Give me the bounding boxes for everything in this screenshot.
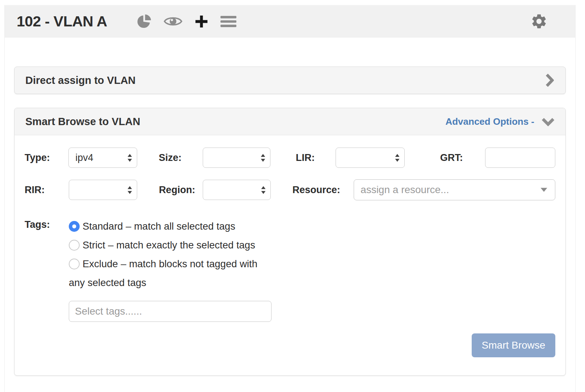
radio-option-strict[interactable]: Strict – match exactly the selected tags — [69, 236, 272, 255]
rir-label: RIR: — [25, 184, 69, 196]
select-spinner-icon — [260, 153, 266, 162]
radio-unselected-icon — [69, 259, 80, 269]
grt-label: GRT: — [440, 152, 485, 163]
select-spinner-icon — [127, 186, 132, 195]
plus-icon[interactable] — [194, 14, 209, 29]
radio-unselected-icon — [69, 240, 80, 251]
chevron-right-icon[interactable] — [545, 73, 554, 87]
resource-combobox[interactable]: assign a resource... — [354, 179, 555, 200]
titlebar: 102 - VLAN A — [5, 5, 575, 38]
chevron-down-icon[interactable] — [542, 117, 555, 126]
radio-option-exclude[interactable]: Exclude – match blocks not tagged with a… — [69, 255, 272, 292]
rir-select[interactable] — [69, 180, 137, 200]
pie-chart-icon[interactable] — [136, 13, 152, 29]
radio-option-label: Exclude – match blocks not tagged with a… — [69, 258, 257, 288]
advanced-options-link[interactable]: Advanced Options - — [445, 116, 534, 127]
resource-label: Resource: — [292, 184, 354, 196]
size-select[interactable] — [203, 148, 270, 168]
page-title: 102 - VLAN A — [17, 13, 107, 30]
eye-icon[interactable] — [164, 15, 182, 27]
region-label: Region: — [159, 184, 203, 196]
select-spinner-icon — [261, 186, 266, 195]
smart-browse-title: Smart Browse to VLAN — [25, 116, 140, 128]
radio-option-label: Strict – match exactly the selected tags — [83, 239, 255, 251]
type-select-value: ipv4 — [75, 152, 127, 163]
type-label: Type: — [25, 152, 68, 163]
smart-browse-header: Smart Browse to VLAN Advanced Options - — [14, 108, 565, 135]
direct-assign-panel[interactable]: Direct assign to VLAN — [14, 67, 566, 94]
region-select[interactable] — [203, 180, 270, 200]
titlebar-actions — [136, 13, 236, 29]
caret-down-icon — [540, 187, 548, 192]
lir-label: LIR: — [296, 152, 335, 163]
radio-selected-icon — [69, 221, 80, 232]
tags-input[interactable] — [69, 301, 272, 322]
select-spinner-icon — [395, 153, 400, 162]
smart-browse-form: Type: ipv4 Size: LIR: — [14, 135, 565, 375]
smart-browse-button[interactable]: Smart Browse — [472, 333, 555, 357]
radio-option-standard[interactable]: Standard – match all selected tags — [69, 217, 272, 236]
gear-icon[interactable] — [530, 13, 548, 30]
select-spinner-icon — [127, 153, 132, 162]
resource-placeholder: assign a resource... — [361, 184, 540, 196]
direct-assign-title: Direct assign to VLAN — [25, 74, 136, 86]
tags-label: Tags: — [25, 219, 50, 230]
lir-select[interactable] — [336, 148, 405, 168]
grt-input[interactable] — [485, 148, 555, 168]
type-select[interactable]: ipv4 — [68, 148, 137, 168]
menu-icon[interactable] — [220, 15, 236, 28]
size-label: Size: — [159, 152, 203, 163]
tags-radio-group: Standard – match all selected tags Stric… — [69, 217, 272, 292]
page-container: 102 - VLAN A — [4, 5, 576, 392]
radio-option-label: Standard – match all selected tags — [83, 221, 235, 232]
smart-browse-panel: Smart Browse to VLAN Advanced Options - … — [14, 108, 566, 376]
